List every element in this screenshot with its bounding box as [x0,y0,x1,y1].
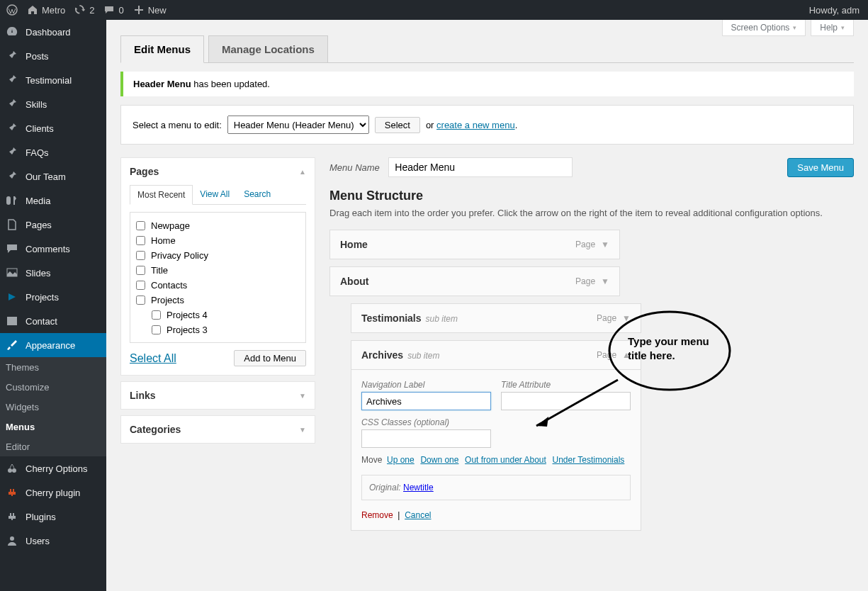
updates-count: 2 [89,5,94,16]
move-down-link[interactable]: Down one [420,455,458,465]
sidebar-item-faqs[interactable]: FAQs [0,140,106,164]
create-menu-link[interactable]: create a new menu [436,120,515,130]
new-link[interactable]: New [134,5,167,16]
page-checkbox-projects[interactable]: Projects [136,293,300,308]
links-metabox-header[interactable]: Links▼ [121,382,315,409]
page-icon [6,218,18,231]
sidebar-item-clients[interactable]: Clients [0,116,106,140]
pages-tabs: Most Recent View All Search [130,185,306,205]
tab-nav: Edit Menus Manage Locations [120,35,854,63]
tab-search[interactable]: Search [237,185,278,204]
tab-manage-locations[interactable]: Manage Locations [208,35,328,63]
tab-edit-menus[interactable]: Edit Menus [120,35,204,63]
css-classes-input[interactable] [361,429,491,448]
sidebar-item-our-team[interactable]: Our Team [0,164,106,188]
chevron-up-icon: ▲ [299,168,306,176]
sidebar-item-cherry-options[interactable]: Cherry Options [0,456,106,480]
sidebar-item-media[interactable]: Media [0,188,106,213]
tab-most-recent[interactable]: Most Recent [130,185,193,205]
save-menu-button[interactable]: Save Menu [787,158,854,177]
submenu-editor[interactable]: Editor [0,437,106,456]
menu-item-testimonials[interactable]: Testimonialssub item Page▼ [351,303,641,333]
submenu-customize[interactable]: Customize [0,377,106,397]
sidebar-item-cherry-plugin[interactable]: Cherry plugin [0,480,106,505]
image-icon [6,266,18,279]
sidebar-item-contact[interactable]: Contact [0,309,106,333]
chevron-down-icon[interactable]: ▼ [601,276,609,286]
title-attr-input[interactable] [501,392,631,410]
move-out-link[interactable]: Out from under About [465,455,546,465]
sidebar-item-users[interactable]: Users [0,529,106,553]
submenu-widgets[interactable]: Widgets [0,397,106,417]
selector-label: Select a menu to edit: [133,120,222,130]
select-all-link[interactable]: Select All [130,352,176,365]
links-metabox: Links▼ [120,381,315,410]
original-box: Original: Newtitle [361,475,631,500]
move-up-link[interactable]: Up one [387,455,415,465]
page-checkbox-contacts[interactable]: Contacts [136,278,300,293]
updates-link[interactable]: 2 [75,5,94,16]
nav-label: Navigation Label [361,380,491,390]
sidebar-item-slides[interactable]: Slides [0,261,106,285]
categories-metabox-header[interactable]: Categories▼ [121,416,315,443]
cancel-link[interactable]: Cancel [405,510,431,520]
pages-metabox-header[interactable]: Pages▲ [121,158,315,185]
tab-view-all[interactable]: View All [193,185,237,204]
page-checkbox-privacy-policy[interactable]: Privacy Policy [136,248,300,263]
user-icon [6,534,18,547]
add-to-menu-button[interactable]: Add to Menu [234,350,306,366]
menu-item-about[interactable]: About Page▼ [329,266,620,296]
remove-link[interactable]: Remove [361,510,393,520]
sidebar-item-plugins[interactable]: Plugins [0,505,106,529]
sidebar-item-projects[interactable]: Projects [0,285,106,309]
sidebar-item-pages[interactable]: Pages [0,213,106,237]
original-link[interactable]: Newtitle [403,483,434,492]
chevron-down-icon: ▼ [299,426,306,434]
submenu-menus[interactable]: Menus [0,417,106,437]
menu-item-archives[interactable]: Archivessub item Page▲ [351,340,641,370]
new-label: New [148,5,167,16]
select-button[interactable]: Select [375,117,420,133]
howdy-account[interactable]: Howdy, adm [809,5,864,16]
menu-name-input[interactable] [388,157,573,177]
update-notice: Header Menu has been updated. [120,72,854,96]
chevron-down-icon[interactable]: ▼ [601,240,609,249]
move-under-link[interactable]: Under Testimonials [553,455,625,465]
help-button[interactable]: Help [811,20,854,36]
structure-heading: Menu Structure [329,188,854,203]
menu-select[interactable]: Header Menu (Header Menu) [227,116,369,134]
chevron-down-icon[interactable]: ▼ [622,313,631,323]
page-checkbox-title[interactable]: Title [136,263,300,278]
sidebar-item-comments[interactable]: Comments [0,237,106,261]
css-classes-label: CSS Classes (optional) [361,417,491,427]
sidebar-item-posts[interactable]: Posts [0,44,106,68]
menu-item-home[interactable]: Home Page▼ [329,230,620,259]
brush-icon [6,339,18,351]
sidebar-item-appearance[interactable]: Appearance [0,333,106,357]
submenu-themes[interactable]: Themes [0,357,106,377]
page-checkbox-projects-3[interactable]: Projects 3 [136,322,300,337]
sidebar-item-dashboard[interactable]: Dashboard [0,20,106,44]
pages-list[interactable]: Newpage Home Privacy Policy Title Contac… [130,212,306,343]
pin-icon [6,122,18,135]
nav-label-input[interactable] [361,392,491,410]
sidebar-item-testimonial[interactable]: Testimonial [0,68,106,92]
pin-icon [6,74,18,86]
screen-options-button[interactable]: Screen Options [722,20,806,36]
wp-logo-icon[interactable] [6,4,18,16]
pages-metabox: Pages▲ Most Recent View All Search Newpa… [120,157,315,376]
chevron-up-icon[interactable]: ▲ [622,350,631,360]
svg-point-5 [10,536,14,541]
comments-link[interactable]: 0 [104,5,123,16]
page-checkbox-home[interactable]: Home [136,233,300,248]
admin-sidebar: DashboardPostsTestimonialSkillsClientsFA… [0,20,106,591]
page-checkbox-newpage[interactable]: Newpage [136,218,300,233]
sidebar-item-skills[interactable]: Skills [0,92,106,116]
chevron-down-icon: ▼ [299,392,306,400]
move-controls: Move Up one Down one Out from under Abou… [361,455,631,465]
svg-point-4 [12,468,16,473]
content-area: Screen Options Help Edit Menus Manage Lo… [106,20,868,591]
comment-icon [6,242,18,255]
page-checkbox-projects-4[interactable]: Projects 4 [136,308,300,322]
site-link[interactable]: Metro [28,5,65,16]
